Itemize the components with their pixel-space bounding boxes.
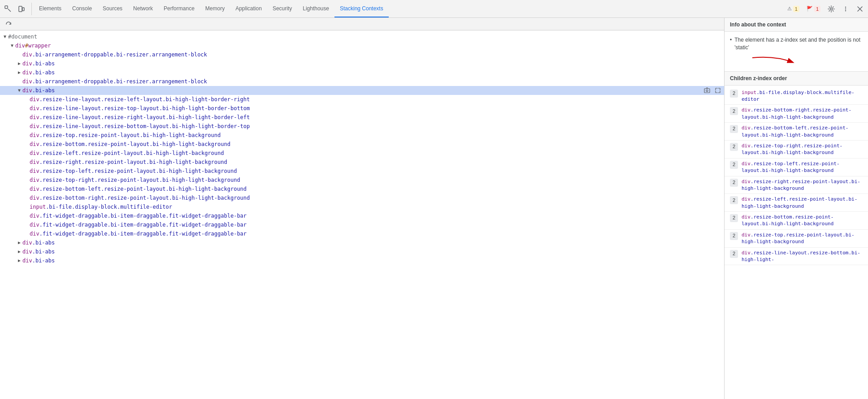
tree-node[interactable]: div.bi-abs — [0, 86, 724, 95]
tree-toggle[interactable] — [16, 60, 22, 67]
svg-point-3 — [830, 8, 833, 10]
toolbar-right: ⚠ 1 🚩 1 — [781, 3, 866, 15]
tree-node[interactable]: div.fit-widget-draggable.bi-item-draggab… — [0, 211, 724, 220]
tab-security[interactable]: Security — [267, 0, 297, 17]
z-index-item[interactable]: 2div.resize-bottom-left.resize-point-lay… — [725, 123, 868, 141]
z-index-item[interactable]: 2div.resize-top-left.resize-point-layout… — [725, 159, 868, 176]
tree-toggle — [23, 222, 30, 228]
dom-tree[interactable]: #documentdiv#wrapperdiv.bi-arrangement-d… — [0, 30, 724, 399]
warning-badge-button[interactable]: ⚠ 1 — [785, 4, 802, 13]
z-node-name: div.resize-bottom-right.resize-point-lay… — [742, 107, 863, 120]
z-index-item[interactable]: 2div.resize-bottom.resize-point-layout.b… — [725, 212, 868, 230]
tree-node[interactable]: div.resize-top-right.resize-point-layout… — [0, 176, 724, 184]
tree-node-text: div.bi-abs — [22, 59, 55, 68]
tree-toggle[interactable] — [16, 240, 22, 246]
tree-node[interactable]: div.resize-line-layout.resize-top-layout… — [0, 104, 724, 113]
tree-node-text: div.resize-top.resize-point-layout.bi-hi… — [30, 131, 221, 140]
tab-stacking-contexts[interactable]: Stacking Contexts — [334, 0, 389, 17]
tree-node-text: div.bi-arrangement-droppable.bi-resizer.… — [22, 77, 207, 86]
error-badge-button[interactable]: 🚩 1 — [804, 4, 823, 13]
tree-node[interactable]: div.resize-bottom.resize-point-layout.bi… — [0, 140, 724, 149]
z-index-item[interactable]: 2input.bi-file.display-block.multifile-e… — [725, 87, 868, 105]
tree-node[interactable]: div.bi-arrangement-droppable.bi-resizer.… — [0, 50, 724, 59]
info-bullet: The element has a z-index set and the po… — [730, 36, 863, 51]
refresh-button[interactable] — [4, 19, 13, 29]
tree-node-text: div.resize-left.resize-point-layout.bi-h… — [30, 149, 224, 158]
tree-toggle[interactable] — [9, 43, 15, 49]
right-panel: Info about the context The element has a… — [725, 18, 868, 399]
tab-console[interactable]: Console — [67, 0, 97, 17]
z-badge: 2 — [730, 250, 738, 258]
tree-node[interactable]: div.resize-line-layout.resize-bottom-lay… — [0, 122, 724, 131]
more-options-button[interactable] — [839, 3, 852, 15]
z-index-item[interactable]: 2div.resize-line-layout.resize-bottom.bi… — [725, 248, 868, 266]
tree-node[interactable]: div.resize-top.resize-point-layout.bi-hi… — [0, 131, 724, 140]
close-devtools-button[interactable] — [854, 3, 866, 15]
z-badge: 2 — [730, 90, 738, 98]
tree-toggle — [23, 141, 30, 147]
tab-network[interactable]: Network — [128, 0, 158, 17]
tree-toggle — [23, 96, 30, 103]
tree-node[interactable]: div.bi-abs — [0, 59, 724, 68]
tab-elements[interactable]: Elements — [34, 0, 67, 17]
tree-node[interactable]: div.resize-top-left.resize-point-layout.… — [0, 167, 724, 176]
tree-toggle — [23, 213, 30, 219]
tab-performance[interactable]: Performance — [158, 0, 200, 17]
tree-node-text: div.bi-abs — [22, 256, 55, 265]
tree-toggle[interactable] — [16, 249, 22, 255]
tree-node[interactable]: div.resize-bottom-left.resize-point-layo… — [0, 184, 724, 193]
z-index-item[interactable]: 2div.resize-top.resize-point-layout.bi-h… — [725, 230, 868, 248]
tree-node-text: div.resize-top-right.resize-point-layout… — [30, 176, 240, 184]
tree-node[interactable]: div.resize-line-layout.resize-left-layou… — [0, 95, 724, 104]
z-index-section-header: Children z-index order — [725, 72, 868, 86]
tab-sources[interactable]: Sources — [97, 0, 128, 17]
z-index-item[interactable]: 2div.resize-left.resize-point-layout.bi-… — [725, 194, 868, 212]
expand-node-button[interactable] — [713, 86, 722, 95]
tree-node[interactable]: div.fit-widget-draggable.bi-item-draggab… — [0, 229, 724, 238]
z-node-name: div.resize-right.resize-point-layout.bi-… — [742, 178, 863, 192]
tree-node[interactable]: div.resize-bottom-right.resize-point-lay… — [0, 193, 724, 202]
tree-toggle — [23, 177, 30, 183]
tree-node[interactable]: div#wrapper — [0, 41, 724, 50]
tree-node[interactable]: div.resize-left.resize-point-layout.bi-h… — [0, 149, 724, 158]
settings-button[interactable] — [825, 3, 838, 15]
info-section: The element has a z-index set and the po… — [725, 32, 868, 72]
tree-node[interactable]: div.resize-line-layout.resize-right-layo… — [0, 113, 724, 122]
z-badge: 2 — [730, 143, 738, 151]
tree-node[interactable]: div.bi-abs — [0, 247, 724, 256]
tab-memory[interactable]: Memory — [200, 0, 230, 17]
svg-rect-2 — [22, 8, 24, 11]
tree-toggle — [23, 150, 30, 156]
right-panel-header: Info about the context — [725, 18, 868, 32]
svg-rect-7 — [704, 89, 710, 93]
z-node-name: div.resize-line-layout.resize-bottom.bi-… — [742, 249, 863, 263]
z-index-list[interactable]: 2input.bi-file.display-block.multifile-e… — [725, 86, 868, 399]
tree-node-text: div.resize-line-layout.resize-bottom-lay… — [30, 122, 250, 131]
tree-toggle — [23, 231, 30, 237]
tree-toggle[interactable] — [16, 257, 22, 264]
tree-toggle — [23, 105, 30, 112]
z-index-item[interactable]: 2div.resize-bottom-right.resize-point-la… — [725, 105, 868, 123]
secondary-toolbar — [0, 18, 724, 30]
tree-toggle[interactable] — [2, 34, 8, 40]
tree-node[interactable]: #document — [0, 32, 724, 41]
tree-node[interactable]: div.bi-arrangement-droppable.bi-resizer.… — [0, 77, 724, 86]
z-node-name: div.resize-top-left.resize-point-layout.… — [742, 160, 863, 174]
inspect-element-button[interactable] — [2, 3, 14, 15]
device-toolbar-button[interactable] — [15, 3, 28, 15]
screenshot-node-button[interactable] — [703, 86, 712, 95]
z-index-item[interactable]: 2div.resize-right.resize-point-layout.bi… — [725, 176, 868, 194]
tab-lighthouse[interactable]: Lighthouse — [297, 0, 334, 17]
tree-toggle[interactable] — [16, 69, 22, 76]
tree-toggle[interactable] — [16, 87, 22, 94]
tree-node[interactable]: div.bi-abs — [0, 68, 724, 77]
tree-toggle — [16, 78, 22, 85]
tree-node[interactable]: div.bi-abs — [0, 256, 724, 265]
tree-node[interactable]: div.fit-widget-draggable.bi-item-draggab… — [0, 220, 724, 229]
tree-node[interactable]: div.bi-abs — [0, 238, 724, 247]
tree-node[interactable]: input.bi-file.display-block.multifile-ed… — [0, 202, 724, 211]
z-node-name: div.resize-left.resize-point-layout.bi-h… — [742, 196, 863, 210]
z-index-item[interactable]: 2div.resize-top-right.resize-point-layou… — [725, 141, 868, 159]
tree-node[interactable]: div.resize-right.resize-point-layout.bi-… — [0, 158, 724, 167]
tab-application[interactable]: Application — [230, 0, 267, 17]
